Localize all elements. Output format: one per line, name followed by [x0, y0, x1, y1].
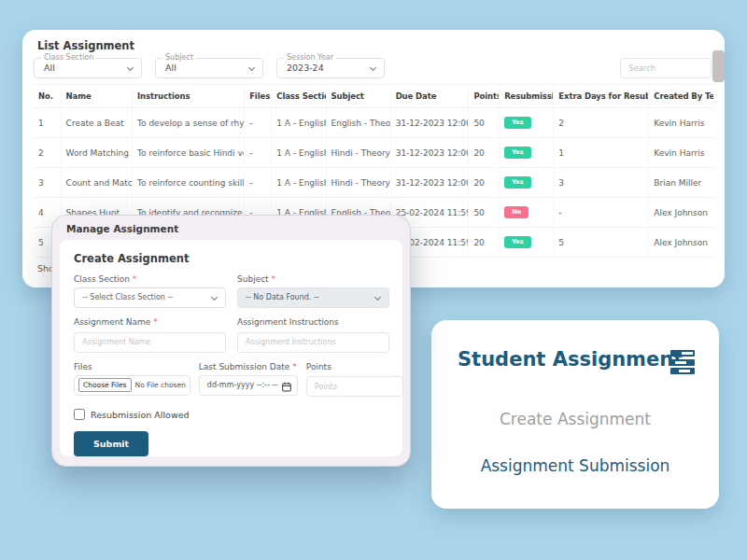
- submit-button[interactable]: Submit: [74, 431, 148, 456]
- last-submission-date-label: Last Submission Date *: [199, 362, 298, 371]
- status-badge: Yes: [504, 147, 530, 159]
- filter-value: 2023-24: [277, 59, 384, 77]
- assignment-instructions-label: Assignment Instructions: [237, 317, 389, 327]
- class-section-filter[interactable]: Class Section All: [34, 58, 142, 78]
- resubmission-allowed-checkbox[interactable]: [74, 409, 85, 420]
- table-row: 1 Create a Beat To develop a sense of rh…: [34, 108, 713, 138]
- cell-resubmission: Yes: [500, 168, 554, 198]
- cell-files: -: [245, 108, 272, 138]
- choose-files-button[interactable]: Choose Files: [78, 378, 132, 392]
- menu-item-create-assignment[interactable]: Create Assignment: [431, 410, 719, 428]
- filter-label: Class Section: [41, 53, 96, 62]
- cell-name: Create a Beat: [61, 108, 132, 138]
- assignment-name-input[interactable]: [74, 332, 226, 353]
- points-input[interactable]: [306, 376, 403, 397]
- cell-resubmission: Yes: [500, 228, 554, 258]
- cell-extra-days: -: [554, 198, 649, 228]
- col-points: Points: [469, 85, 500, 108]
- cell-points: 20: [469, 168, 500, 198]
- files-label: Files: [74, 362, 190, 371]
- cell-points: 20: [469, 138, 500, 168]
- cell-resubmission: No: [500, 198, 554, 228]
- cell-instructions: To develop a sense of rhythm ...: [133, 108, 245, 138]
- cell-teacher: Kevin Harris: [649, 108, 713, 138]
- cell-instructions: To reinforce counting skills an...: [133, 168, 245, 198]
- assignment-instructions-input[interactable]: [237, 332, 389, 353]
- cell-subject: Hindi - Theory: [326, 138, 390, 168]
- cell-name: Word Matching: [61, 138, 132, 168]
- file-input[interactable]: Choose Files No File chosen: [74, 375, 190, 396]
- cell-teacher: Alex Johnson: [649, 198, 713, 228]
- status-badge: Yes: [504, 176, 530, 189]
- manage-assignment-modal: Manage Assignment Create Assignment Clas…: [51, 215, 411, 467]
- status-badge: Yes: [504, 117, 530, 129]
- cell-instructions: To reinforce basic Hindi vocab...: [133, 138, 245, 168]
- session-year-filter[interactable]: Session Year 2023-24: [276, 58, 385, 78]
- cell-extra-days: 5: [554, 228, 649, 258]
- cell-extra-days: 1: [554, 138, 649, 168]
- col-extra-days: Extra Days for Resubmission: [554, 85, 649, 108]
- student-panel-title: Student Assignment: [458, 348, 683, 371]
- cell-subject: English - Theory: [326, 108, 390, 138]
- create-assignment-form: Create Assignment Class Section * -- Sel…: [60, 240, 402, 456]
- cell-resubmission: Yes: [500, 138, 554, 168]
- points-label: Points: [306, 362, 403, 371]
- search-input[interactable]: [620, 58, 712, 78]
- cell-resubmission: Yes: [500, 108, 554, 138]
- filter-value: All: [156, 59, 262, 77]
- list-menu-icon[interactable]: [670, 350, 695, 377]
- cell-files: -: [245, 168, 272, 198]
- cell-teacher: Kevin Harris: [649, 138, 713, 168]
- filter-value: All: [35, 59, 141, 77]
- file-status: No File chosen: [135, 381, 186, 389]
- cell-class-section: 1 A - English: [272, 138, 326, 168]
- col-resubmission: Resubmission: [500, 85, 554, 108]
- status-badge: No: [504, 206, 529, 218]
- class-section-select[interactable]: -- Select Class Section --: [74, 287, 226, 308]
- class-section-label: Class Section *: [74, 274, 226, 284]
- col-no: No.: [34, 85, 61, 108]
- cell-teacher: Brian Miller: [649, 168, 713, 198]
- cell-no: 1: [34, 108, 61, 138]
- cell-points: 50: [469, 198, 500, 228]
- col-name: Name: [61, 85, 132, 108]
- cell-class-section: 1 A - English: [272, 168, 326, 198]
- filter-label: Subject: [162, 53, 196, 62]
- col-instructions: Instructions: [133, 85, 245, 108]
- resubmission-allowed-label: Resubmission Allowed: [91, 410, 190, 420]
- table-row: 2 Word Matching To reinforce basic Hindi…: [34, 138, 713, 168]
- cell-subject: Hindi - Theory: [326, 168, 390, 198]
- calendar-icon[interactable]: [282, 381, 291, 399]
- table-header-row: No. Name Instructions Files Class Sectio…: [34, 85, 713, 108]
- cell-due-date: 31-12-2023 12:00 AM: [390, 108, 469, 138]
- col-files: Files: [245, 85, 272, 108]
- cell-no: 2: [34, 138, 61, 168]
- last-submission-date-input[interactable]: dd-mm-yyyy --:-- --: [199, 375, 298, 396]
- chevron-down-icon: [374, 294, 381, 301]
- required-asterisk: *: [153, 317, 158, 327]
- cell-teacher: Alex Johnson: [649, 228, 713, 258]
- col-subject: Subject: [326, 85, 390, 108]
- filter-label: Session Year: [284, 53, 336, 62]
- chevron-down-icon: [211, 294, 218, 301]
- form-heading: Create Assignment: [74, 252, 388, 265]
- panel-title: List Assignment: [37, 39, 134, 52]
- cell-extra-days: 3: [554, 168, 649, 198]
- cell-due-date: 31-12-2023 12:00 AM: [390, 168, 469, 198]
- cell-class-section: 1 A - English: [272, 108, 326, 138]
- assignment-name-label: Assignment Name *: [74, 317, 226, 327]
- col-due-date: Due Date: [390, 85, 469, 108]
- table-row: 3 Count and Match To reinforce counting …: [34, 168, 713, 198]
- scrollbar-thumb[interactable]: [712, 50, 725, 82]
- cell-no: 3: [34, 168, 61, 198]
- subject-label: Subject *: [237, 274, 389, 284]
- required-asterisk: *: [292, 362, 297, 371]
- menu-item-assignment-submission[interactable]: Assignment Submission: [431, 456, 719, 475]
- subject-filter[interactable]: Subject All: [155, 58, 263, 78]
- required-asterisk: *: [272, 274, 276, 284]
- student-assignment-panel: Student Assignment Create Assignment Ass…: [431, 320, 719, 509]
- status-badge: Yes: [504, 236, 530, 248]
- cell-due-date: 31-12-2023 12:00 AM: [390, 138, 469, 168]
- cell-files: -: [245, 138, 272, 168]
- subject-select[interactable]: -- No Data Found. --: [237, 287, 389, 308]
